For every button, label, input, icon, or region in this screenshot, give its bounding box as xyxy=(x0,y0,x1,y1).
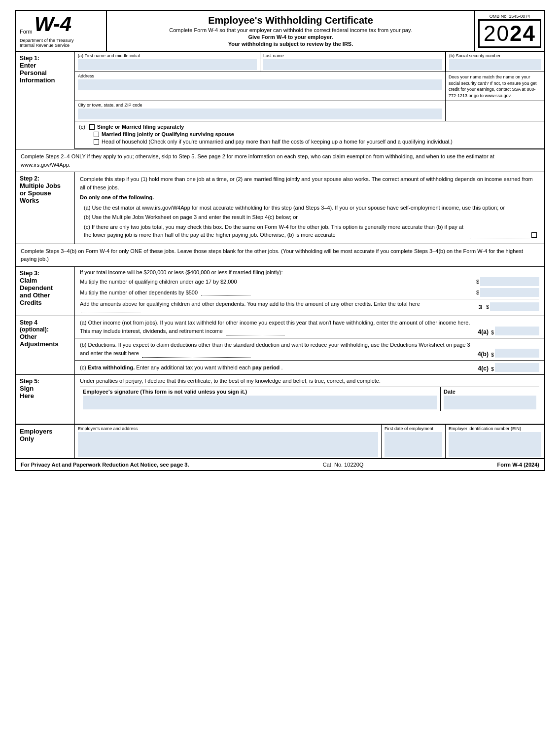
step4c-input[interactable] xyxy=(495,363,539,372)
sig-input[interactable] xyxy=(83,396,437,409)
step4a-num: 4(a) xyxy=(478,328,489,335)
step3-line2-dollar: $ xyxy=(476,290,479,295)
step4a-text: (a) Other income (not from jobs). If you… xyxy=(80,319,476,335)
step3-line1-text: Multiply the number of qualifying childr… xyxy=(80,279,474,285)
header: Form W-4 Department of the Treasury Inte… xyxy=(16,11,544,52)
step2-option-c-checkbox[interactable] xyxy=(531,232,537,238)
step2-option-c: (c) If there are only two jobs total, yo… xyxy=(84,223,539,239)
step2-option-b: (b) Use the Multiple Jobs Worksheet on p… xyxy=(84,213,539,221)
footer: For Privacy Act and Paperwork Reduction … xyxy=(16,458,544,470)
signature-field: Employee's signature (This form is not v… xyxy=(80,387,441,411)
emp-first-date: First date of employment xyxy=(382,425,446,458)
step2-option-a: (a) Use the estimator at www.irs.gov/W4A… xyxy=(84,204,539,212)
header-left: Form W-4 Department of the Treasury Inte… xyxy=(16,11,107,51)
employers-label: Employers Only xyxy=(16,425,75,458)
emp-date-input[interactable] xyxy=(385,432,442,457)
step4-content: (a) Other income (not from jobs). If you… xyxy=(75,316,544,374)
city-input[interactable] xyxy=(78,109,442,119)
filing-row3: Head of household (Check only if you're … xyxy=(94,139,540,145)
filing-row2: Married filing jointly or Qualifying sur… xyxy=(94,131,540,137)
footer-privacy: For Privacy Act and Paperwork Reduction … xyxy=(21,462,189,468)
step4b-text: (b) Deductions. If you expect to claim d… xyxy=(80,341,475,358)
year-display: 2024 xyxy=(478,19,541,48)
step3-content: If your total income will be $200,000 or… xyxy=(75,267,544,316)
step4b-num: 4(b) xyxy=(478,351,489,358)
step4c-dollar-label: $ xyxy=(491,366,494,372)
step1-label: Step 1: Enter Personal Information xyxy=(16,52,75,149)
step2-inner: Complete this step if you (1) hold more … xyxy=(75,172,544,244)
ssn-block: (b) Social security number xyxy=(446,52,544,72)
emp-ein-input[interactable] xyxy=(449,432,541,457)
employers-row: Employers Only Employer's name and addre… xyxy=(16,424,544,458)
emp-name-input[interactable] xyxy=(78,432,378,457)
step5-row: Step 5: Sign Here Under penalties of per… xyxy=(16,375,544,424)
header-center: Employee's Withholding Certificate Compl… xyxy=(107,11,475,51)
step4b-dollar-label: $ xyxy=(491,352,494,358)
step5-penalty-text: Under penalties of perjury, I declare th… xyxy=(80,378,539,384)
dept-text: Department of the Treasury Internal Reve… xyxy=(20,38,102,48)
steps-note: Complete Steps 2–4 ONLY if they apply to… xyxy=(16,149,544,172)
footer-cat: Cat. No. 10220Q xyxy=(323,462,364,468)
form-text: Form xyxy=(20,29,33,35)
step5-label: Step 5: Sign Here xyxy=(16,375,75,424)
ssn-label: (b) Social security number xyxy=(449,53,541,58)
step5-inner: Under penalties of perjury, I declare th… xyxy=(75,375,544,414)
step3-inner: If your total income will be $200,000 or… xyxy=(75,267,544,316)
step1-row: Step 1: Enter Personal Information (a) F… xyxy=(16,52,544,149)
step2-content: Complete this step if you (1) hold more … xyxy=(75,172,544,244)
step3-line1: Multiply the number of qualifying childr… xyxy=(80,277,539,286)
emp-name-label: Employer's name and address xyxy=(78,426,378,431)
step2-description: Complete this step if you (1) hold more … xyxy=(80,175,539,191)
step3-intro: If your total income will be $200,000 or… xyxy=(80,269,539,275)
emp-name-addr: Employer's name and address xyxy=(75,425,382,458)
step4a-dollar-label: $ xyxy=(491,329,494,335)
filing2-checkbox[interactable] xyxy=(94,132,99,137)
ssn-note: Does your name match the name on your so… xyxy=(446,72,544,101)
step3-line1-input[interactable] xyxy=(480,277,539,286)
address-block: Address xyxy=(75,72,446,101)
step1-content: (a) First name and middle initial Last n… xyxy=(75,52,544,149)
filing-c-label: (c) xyxy=(79,124,85,130)
date-label: Date xyxy=(444,389,536,395)
step3-line2-text: Multiply the number of other dependents … xyxy=(80,289,476,295)
filing1-label: Single or Married filing separately xyxy=(97,124,184,130)
step2-row: Step 2: Multiple Jobs or Spouse Works Co… xyxy=(16,172,544,244)
step5-sig-row: Employee's signature (This form is not v… xyxy=(80,387,539,411)
lastname-input[interactable] xyxy=(263,59,442,70)
step2-label: Step 2: Multiple Jobs or Spouse Works xyxy=(16,172,75,244)
step4c-text: (c) Extra withholding. Enter any additio… xyxy=(80,364,476,372)
step3-line1-dollar: $ xyxy=(476,279,479,285)
step4b-input[interactable] xyxy=(495,349,539,358)
step4a-input[interactable] xyxy=(495,327,539,335)
ssn-input[interactable] xyxy=(449,59,541,70)
filing1-checkbox[interactable] xyxy=(89,124,95,130)
filing3-checkbox[interactable] xyxy=(94,139,99,145)
sig-label: Employee's signature (This form is not v… xyxy=(83,389,437,395)
employer-fields: Employer's name and address First date o… xyxy=(75,425,544,458)
city-label: City or town, state, and ZIP code xyxy=(78,103,442,108)
form-number: W-4 xyxy=(35,14,71,35)
firstname-label: (a) First name and middle initial xyxy=(78,53,257,58)
filing-row1: (c) Single or Married filing separately xyxy=(79,124,540,130)
step4b-row: (b) Deductions. If you expect to claim d… xyxy=(75,338,544,361)
step3-line3-input[interactable] xyxy=(490,302,539,311)
filing3-label: Head of household (Check only if you're … xyxy=(102,139,453,145)
step3-row: Step 3: Claim Dependent and Other Credit… xyxy=(16,267,544,316)
step4-row: Step 4 (optional): Other Adjustments (a)… xyxy=(16,316,544,375)
omb-number: OMB No. 1545-0074 xyxy=(490,14,530,19)
step3-line3-num: 3 xyxy=(479,303,482,311)
step3-line2-input[interactable] xyxy=(480,288,539,297)
step4c-row: (c) Extra withholding. Enter any additio… xyxy=(75,361,544,374)
address-label: Address xyxy=(78,73,442,78)
step4-label: Step 4 (optional): Other Adjustments xyxy=(16,316,75,374)
step2-option-c-text: (c) If there are only two jobs total, yo… xyxy=(84,223,468,239)
step4a-row: (a) Other income (not from jobs). If you… xyxy=(75,316,544,338)
address-input[interactable] xyxy=(78,79,442,90)
subtitle2: Give Form W-4 to your employer. xyxy=(112,34,469,40)
step4c-num: 4(c) xyxy=(478,365,489,372)
city-block: City or town, state, and ZIP code xyxy=(75,101,446,121)
personal-info-grid: (a) First name and middle initial Last n… xyxy=(75,52,544,149)
date-input[interactable] xyxy=(444,396,536,409)
step3-line3-dollar: $ xyxy=(486,304,489,310)
firstname-input[interactable] xyxy=(78,59,257,70)
